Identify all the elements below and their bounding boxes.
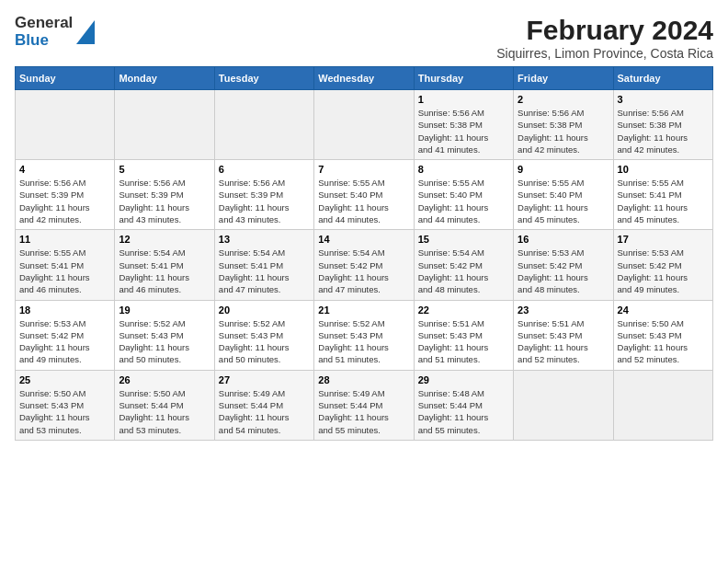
day-info: Sunrise: 5:49 AM Sunset: 5:44 PM Dayligh… (318, 387, 409, 436)
col-header-monday: Monday (115, 67, 214, 90)
day-info: Sunrise: 5:56 AM Sunset: 5:38 PM Dayligh… (618, 107, 709, 155)
calendar-cell (16, 90, 115, 160)
day-info: Sunrise: 5:52 AM Sunset: 5:43 PM Dayligh… (219, 317, 310, 366)
day-info: Sunrise: 5:54 AM Sunset: 5:41 PM Dayligh… (219, 247, 310, 295)
day-number: 2 (518, 94, 609, 105)
calendar-cell (115, 90, 214, 160)
calendar-body: 1Sunrise: 5:56 AM Sunset: 5:38 PM Daylig… (16, 90, 713, 441)
day-info: Sunrise: 5:49 AM Sunset: 5:44 PM Dayligh… (219, 387, 310, 436)
calendar-cell: 28Sunrise: 5:49 AM Sunset: 5:44 PM Dayli… (314, 370, 414, 440)
calendar-cell: 22Sunrise: 5:51 AM Sunset: 5:43 PM Dayli… (414, 300, 513, 370)
day-info: Sunrise: 5:50 AM Sunset: 5:43 PM Dayligh… (19, 387, 110, 436)
day-info: Sunrise: 5:55 AM Sunset: 5:40 PM Dayligh… (518, 177, 609, 225)
day-number: 8 (418, 164, 509, 175)
calendar-cell: 10Sunrise: 5:55 AM Sunset: 5:41 PM Dayli… (613, 160, 712, 230)
calendar-header-row: SundayMondayTuesdayWednesdayThursdayFrid… (16, 67, 713, 90)
day-number: 26 (119, 374, 210, 385)
day-number: 14 (318, 234, 409, 245)
day-number: 22 (418, 304, 509, 316)
day-info: Sunrise: 5:51 AM Sunset: 5:43 PM Dayligh… (518, 317, 609, 366)
calendar-cell: 25Sunrise: 5:50 AM Sunset: 5:43 PM Dayli… (16, 370, 115, 440)
day-number: 28 (318, 374, 409, 385)
day-number: 6 (219, 164, 310, 175)
page-header: General Blue February 2024 Siquirres, Li… (15, 15, 713, 61)
day-number: 17 (618, 234, 709, 245)
day-number: 3 (618, 94, 709, 105)
day-number: 13 (219, 234, 310, 245)
day-info: Sunrise: 5:53 AM Sunset: 5:42 PM Dayligh… (19, 317, 110, 366)
title-block: February 2024 Siquirres, Limon Province,… (496, 15, 713, 61)
calendar-cell: 5Sunrise: 5:56 AM Sunset: 5:39 PM Daylig… (115, 160, 214, 230)
day-number: 12 (119, 234, 210, 245)
day-number: 23 (518, 304, 609, 316)
calendar-cell: 12Sunrise: 5:54 AM Sunset: 5:41 PM Dayli… (115, 230, 214, 300)
calendar-cell: 9Sunrise: 5:55 AM Sunset: 5:40 PM Daylig… (514, 160, 613, 230)
col-header-sunday: Sunday (16, 67, 115, 90)
day-info: Sunrise: 5:54 AM Sunset: 5:42 PM Dayligh… (418, 247, 509, 295)
day-info: Sunrise: 5:48 AM Sunset: 5:44 PM Dayligh… (418, 387, 509, 436)
day-number: 29 (418, 374, 509, 385)
day-info: Sunrise: 5:52 AM Sunset: 5:43 PM Dayligh… (119, 317, 210, 366)
day-info: Sunrise: 5:52 AM Sunset: 5:43 PM Dayligh… (318, 317, 409, 366)
calendar-cell: 4Sunrise: 5:56 AM Sunset: 5:39 PM Daylig… (16, 160, 115, 230)
day-info: Sunrise: 5:56 AM Sunset: 5:39 PM Dayligh… (219, 177, 310, 225)
calendar-cell: 21Sunrise: 5:52 AM Sunset: 5:43 PM Dayli… (314, 300, 414, 370)
page-subtitle: Siquirres, Limon Province, Costa Rica (496, 46, 713, 61)
calendar-cell: 24Sunrise: 5:50 AM Sunset: 5:43 PM Dayli… (613, 300, 712, 370)
day-info: Sunrise: 5:56 AM Sunset: 5:38 PM Dayligh… (518, 107, 609, 155)
calendar-cell: 2Sunrise: 5:56 AM Sunset: 5:38 PM Daylig… (514, 90, 613, 160)
day-number: 24 (618, 304, 709, 316)
calendar-cell (214, 90, 313, 160)
calendar-cell: 1Sunrise: 5:56 AM Sunset: 5:38 PM Daylig… (414, 90, 513, 160)
day-info: Sunrise: 5:55 AM Sunset: 5:40 PM Dayligh… (318, 177, 409, 225)
calendar-cell: 16Sunrise: 5:53 AM Sunset: 5:42 PM Dayli… (514, 230, 613, 300)
day-number: 20 (219, 304, 310, 316)
day-info: Sunrise: 5:55 AM Sunset: 5:41 PM Dayligh… (618, 177, 709, 225)
day-info: Sunrise: 5:53 AM Sunset: 5:42 PM Dayligh… (618, 247, 709, 295)
calendar-cell (613, 370, 712, 440)
day-info: Sunrise: 5:56 AM Sunset: 5:39 PM Dayligh… (19, 177, 110, 225)
calendar-cell: 14Sunrise: 5:54 AM Sunset: 5:42 PM Dayli… (314, 230, 414, 300)
calendar-cell: 20Sunrise: 5:52 AM Sunset: 5:43 PM Dayli… (214, 300, 313, 370)
col-header-thursday: Thursday (414, 67, 513, 90)
day-number: 10 (618, 164, 709, 175)
svg-marker-0 (76, 20, 95, 44)
day-number: 27 (219, 374, 310, 385)
day-number: 19 (119, 304, 210, 316)
col-header-friday: Friday (514, 67, 613, 90)
col-header-saturday: Saturday (613, 67, 712, 90)
calendar-cell: 29Sunrise: 5:48 AM Sunset: 5:44 PM Dayli… (414, 370, 513, 440)
day-info: Sunrise: 5:55 AM Sunset: 5:41 PM Dayligh… (19, 247, 110, 295)
calendar-cell: 26Sunrise: 5:50 AM Sunset: 5:44 PM Dayli… (115, 370, 214, 440)
col-header-tuesday: Tuesday (214, 67, 313, 90)
logo-blue: Blue (15, 32, 73, 50)
day-info: Sunrise: 5:54 AM Sunset: 5:41 PM Dayligh… (119, 247, 210, 295)
day-info: Sunrise: 5:53 AM Sunset: 5:42 PM Dayligh… (518, 247, 609, 295)
calendar-week-3: 11Sunrise: 5:55 AM Sunset: 5:41 PM Dayli… (16, 230, 713, 300)
day-number: 7 (318, 164, 409, 175)
calendar-week-2: 4Sunrise: 5:56 AM Sunset: 5:39 PM Daylig… (16, 160, 713, 230)
calendar-cell: 11Sunrise: 5:55 AM Sunset: 5:41 PM Dayli… (16, 230, 115, 300)
calendar-cell (314, 90, 414, 160)
day-number: 5 (119, 164, 210, 175)
calendar-cell (514, 370, 613, 440)
calendar-cell: 18Sunrise: 5:53 AM Sunset: 5:42 PM Dayli… (16, 300, 115, 370)
calendar-cell: 6Sunrise: 5:56 AM Sunset: 5:39 PM Daylig… (214, 160, 313, 230)
day-number: 25 (19, 374, 110, 385)
day-info: Sunrise: 5:51 AM Sunset: 5:43 PM Dayligh… (418, 317, 509, 366)
calendar-week-4: 18Sunrise: 5:53 AM Sunset: 5:42 PM Dayli… (16, 300, 713, 370)
day-info: Sunrise: 5:56 AM Sunset: 5:38 PM Dayligh… (418, 107, 509, 155)
calendar-cell: 19Sunrise: 5:52 AM Sunset: 5:43 PM Dayli… (115, 300, 214, 370)
page-title: February 2024 (496, 15, 713, 46)
calendar-cell: 27Sunrise: 5:49 AM Sunset: 5:44 PM Dayli… (214, 370, 313, 440)
calendar-week-1: 1Sunrise: 5:56 AM Sunset: 5:38 PM Daylig… (16, 90, 713, 160)
calendar-cell: 13Sunrise: 5:54 AM Sunset: 5:41 PM Dayli… (214, 230, 313, 300)
logo: General Blue (15, 15, 95, 49)
day-info: Sunrise: 5:54 AM Sunset: 5:42 PM Dayligh… (318, 247, 409, 295)
day-number: 18 (19, 304, 110, 316)
day-info: Sunrise: 5:56 AM Sunset: 5:39 PM Dayligh… (119, 177, 210, 225)
calendar-cell: 17Sunrise: 5:53 AM Sunset: 5:42 PM Dayli… (613, 230, 712, 300)
day-info: Sunrise: 5:55 AM Sunset: 5:40 PM Dayligh… (418, 177, 509, 225)
day-number: 11 (19, 234, 110, 245)
calendar-cell: 23Sunrise: 5:51 AM Sunset: 5:43 PM Dayli… (514, 300, 613, 370)
